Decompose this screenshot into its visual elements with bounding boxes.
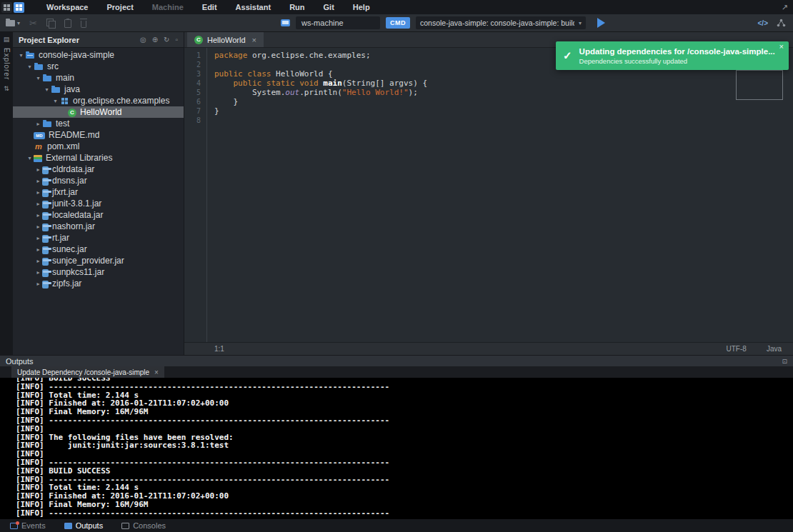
command-selector[interactable]: console-java-simple: console-java-simple… [416, 16, 586, 29]
menu-edit[interactable]: Edit [193, 0, 226, 14]
tree-item-rt-jar[interactable]: ▸rt.jar [13, 232, 184, 244]
chevron-right-icon[interactable]: ▸ [34, 281, 42, 287]
tree-item-label: README.md [49, 130, 99, 140]
cmd-badge: CMD [386, 17, 410, 29]
cut-icon[interactable]: ✂ [29, 19, 37, 28]
close-icon[interactable]: × [154, 368, 159, 376]
copy-icon[interactable] [46, 19, 55, 28]
explorer-strip-label[interactable]: Explorer [3, 48, 11, 80]
code-line: } [214, 97, 793, 106]
chevron-right-icon[interactable]: ▸ [34, 212, 42, 219]
output-tab-label: Update Dependency /console-java-simple [17, 368, 149, 376]
tree-item-java[interactable]: ▾java [13, 84, 184, 95]
chevron-right-icon[interactable]: ▸ [34, 224, 42, 230]
paste-icon[interactable] [64, 19, 71, 28]
expand-window-icon[interactable]: ↗ [782, 3, 788, 12]
chevron-right-icon[interactable]: ▸ [34, 189, 42, 196]
tree-item-helloworld[interactable]: CHelloWorld [13, 106, 184, 118]
chevron-down-icon[interactable]: ▾ [26, 155, 34, 161]
tree-item-label: localedata.jar [52, 210, 103, 220]
chevron-right-icon[interactable]: ▸ [34, 258, 42, 264]
chevron-down-icon[interactable]: ▾ [34, 75, 42, 81]
tree-item-readme-md[interactable]: MDREADME.md [13, 129, 184, 141]
swap-panel-icon[interactable]: ⇅ [4, 85, 9, 92]
tree-item-dnsns-jar[interactable]: ▸dnsns.jar [13, 175, 184, 186]
console-line: [INFO] ---------------------------------… [16, 383, 793, 391]
jar-icon [42, 258, 49, 266]
chevron-right-icon[interactable]: ▸ [34, 269, 42, 276]
tree-item-pom-xml[interactable]: mpom.xml [13, 141, 184, 152]
toolbar: ▾ ✂ ws-machine CMD console-java-simple: … [0, 14, 793, 32]
tree-item-main[interactable]: ▾main [13, 72, 184, 84]
tree-item-console-java-simple[interactable]: ▾console-java-simple [13, 49, 184, 61]
code-token: } [214, 97, 238, 106]
tree-item-org-eclipse-che-examples[interactable]: ▾org.eclipse.che.examples [13, 95, 184, 106]
bottom-tab-consoles[interactable]: Consoles [121, 521, 166, 530]
minimize-icon[interactable]: ⊡ [782, 358, 787, 365]
tree-item-cldrdata-jar[interactable]: ▸cldrdata.jar [13, 164, 184, 175]
menu-project[interactable]: Project [98, 0, 143, 14]
bottom-tab-outputs[interactable]: Outputs [64, 521, 104, 530]
machine-selector[interactable]: ws-machine [296, 16, 380, 29]
chevron-right-icon[interactable]: ▸ [34, 246, 42, 253]
delete-icon[interactable] [81, 21, 86, 28]
events-icon [10, 523, 18, 529]
code-icon[interactable]: </> [758, 19, 768, 27]
jar-icon [42, 189, 49, 197]
close-icon[interactable]: × [779, 42, 784, 51]
chevron-down-icon[interactable]: ▾ [51, 98, 59, 104]
minimize-icon[interactable]: ▫ [175, 36, 178, 44]
chevron-down-icon[interactable]: ▾ [26, 64, 34, 70]
tree-item-test[interactable]: ▸test [13, 118, 184, 129]
refresh-icon[interactable]: ↻ [164, 36, 169, 44]
editor-tab-helloworld[interactable]: C HelloWorld × [187, 32, 264, 47]
tree-item-label: zipfs.jar [52, 278, 81, 288]
strip-menu-icon[interactable]: ▤ [4, 36, 10, 43]
run-command-button[interactable] [597, 18, 605, 28]
chevron-right-icon[interactable]: ▸ [34, 178, 42, 184]
chevron-right-icon[interactable]: ▸ [34, 166, 42, 173]
expand-all-icon[interactable]: ⊕ [152, 36, 158, 44]
tree-item-junit-3-8-1-jar[interactable]: ▸junit-3.8.1.jar [13, 198, 184, 209]
project-actions-dropdown[interactable]: ▾ [6, 20, 20, 26]
project-explorer-header: Project Explorer ◎⊕↻▫ [13, 32, 184, 48]
tree-item-src[interactable]: ▾src [13, 61, 184, 72]
output-tab-update-dependency[interactable]: Update Dependency /console-java-simple × [11, 366, 164, 378]
graph-icon[interactable] [777, 19, 786, 27]
app-logo[interactable] [1, 2, 24, 13]
tree-item-sunec-jar[interactable]: ▸sunec.jar [13, 244, 184, 255]
tree-item-external-libraries[interactable]: ▾External Libraries [13, 152, 184, 164]
command-selector-value: console-java-simple: console-java-simple… [420, 19, 574, 27]
menu-workspace[interactable]: Workspace [37, 0, 98, 14]
tree-item-jfxrt-jar[interactable]: ▸jfxrt.jar [13, 186, 184, 198]
chevron-down-icon[interactable]: ▾ [17, 52, 25, 59]
chevron-right-icon[interactable]: ▸ [34, 201, 42, 207]
console-output[interactable]: [INFO] BUILD SUCCESS[INFO] -------------… [0, 378, 793, 519]
maven-icon: m [34, 141, 44, 151]
bottom-tab-events[interactable]: Events [10, 521, 46, 530]
editor-body[interactable]: 12345678 package org.eclipse.che.example… [184, 48, 793, 342]
code-content[interactable]: package org.eclipse.che.examples; public… [207, 48, 793, 342]
project-icon [25, 50, 35, 60]
code-token: main [323, 79, 342, 88]
menu-run[interactable]: Run [280, 0, 314, 14]
tree-item-zipfs-jar[interactable]: ▸zipfs.jar [13, 278, 184, 289]
tree-item-nashorn-jar[interactable]: ▸nashorn.jar [13, 221, 184, 232]
tree-item-label: pom.xml [47, 141, 79, 151]
tree-item-label: External Libraries [46, 153, 112, 163]
close-icon[interactable]: × [252, 36, 256, 44]
folder-icon [6, 20, 15, 26]
project-tree[interactable]: ▾console-java-simple▾src▾main▾java▾org.e… [13, 48, 184, 289]
menu-help[interactable]: Help [344, 0, 379, 14]
chevron-right-icon[interactable]: ▸ [34, 235, 42, 241]
tree-item-sunjce-provider-jar[interactable]: ▸sunjce_provider.jar [13, 255, 184, 266]
tree-item-label: java [64, 84, 80, 94]
tree-item-sunpkcs11-jar[interactable]: ▸sunpkcs11.jar [13, 266, 184, 278]
menu-assistant[interactable]: Assistant [226, 0, 281, 14]
chevron-down-icon[interactable]: ▾ [43, 86, 51, 93]
menu-git[interactable]: Git [314, 0, 344, 14]
console-line: [INFO] Final Memory: 16M/96M [16, 501, 793, 509]
scope-icon[interactable]: ◎ [140, 36, 146, 44]
chevron-right-icon[interactable]: ▸ [34, 121, 42, 127]
tree-item-localedata-jar[interactable]: ▸localedata.jar [13, 209, 184, 221]
